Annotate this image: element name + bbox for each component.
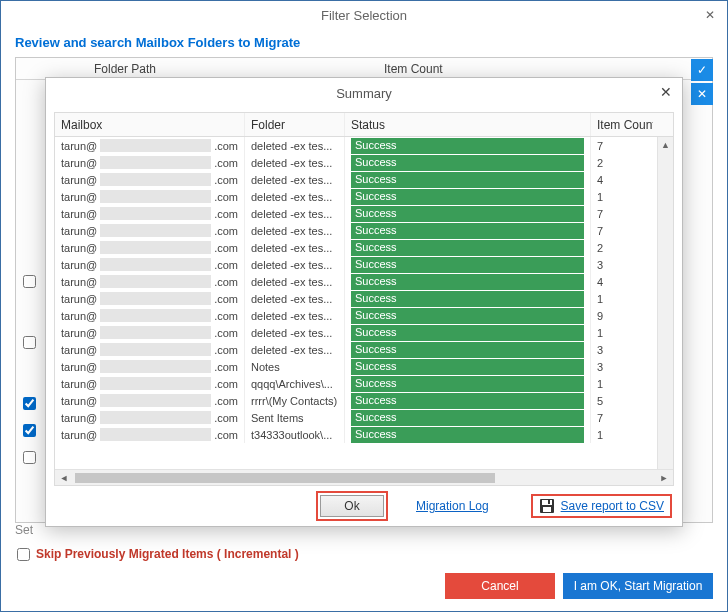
cell-status: Success bbox=[345, 290, 591, 307]
cell-item-count: 2 bbox=[591, 239, 653, 256]
cell-item-count: 7 bbox=[591, 137, 653, 154]
table-row[interactable]: tarun@.comdeleted -ex tes...Success4 bbox=[55, 273, 673, 290]
cancel-button[interactable]: Cancel bbox=[445, 573, 555, 599]
cell-mailbox: tarun@.com bbox=[55, 171, 245, 188]
scroll-right-icon[interactable]: ► bbox=[657, 473, 671, 483]
cell-folder: deleted -ex tes... bbox=[245, 239, 345, 256]
cell-folder: deleted -ex tes... bbox=[245, 205, 345, 222]
cell-mailbox: tarun@.com bbox=[55, 137, 245, 154]
column-folder-path: Folder Path bbox=[94, 62, 384, 76]
horizontal-scrollbar[interactable]: ◄ ► bbox=[55, 469, 673, 485]
cell-status: Success bbox=[345, 171, 591, 188]
cell-folder: deleted -ex tes... bbox=[245, 188, 345, 205]
filter-checkbox-1[interactable] bbox=[23, 275, 36, 288]
save-icon bbox=[539, 498, 555, 514]
column-item-count: Item Count bbox=[384, 62, 712, 76]
skip-incremental-row: Skip Previously Migrated Items ( Increme… bbox=[17, 547, 299, 561]
cell-folder: Sent Items bbox=[245, 409, 345, 426]
dialog-close-icon[interactable]: ✕ bbox=[660, 84, 672, 100]
table-row[interactable]: tarun@.comdeleted -ex tes...Success7 bbox=[55, 205, 673, 222]
cell-mailbox: tarun@.com bbox=[55, 205, 245, 222]
cell-status: Success bbox=[345, 137, 591, 154]
cell-item-count: 1 bbox=[591, 290, 653, 307]
cell-folder: deleted -ex tes... bbox=[245, 222, 345, 239]
cell-status: Success bbox=[345, 375, 591, 392]
table-row[interactable]: tarun@.comdeleted -ex tes...Success7 bbox=[55, 222, 673, 239]
column-status[interactable]: Status bbox=[345, 113, 591, 136]
table-row[interactable]: tarun@.comdeleted -ex tes...Success1 bbox=[55, 188, 673, 205]
svg-rect-3 bbox=[548, 500, 550, 504]
cell-item-count: 3 bbox=[591, 256, 653, 273]
cell-item-count: 9 bbox=[591, 307, 653, 324]
vertical-scrollbar[interactable]: ▲ bbox=[657, 137, 673, 469]
table-row[interactable]: tarun@.comNotesSuccess3 bbox=[55, 358, 673, 375]
dialog-titlebar: Summary ✕ bbox=[46, 78, 682, 108]
table-row[interactable]: tarun@.comdeleted -ex tes...Success9 bbox=[55, 307, 673, 324]
cell-mailbox: tarun@.com bbox=[55, 358, 245, 375]
table-row[interactable]: tarun@.comdeleted -ex tes...Success7 bbox=[55, 137, 673, 154]
cell-status: Success bbox=[345, 273, 591, 290]
cell-item-count: 1 bbox=[591, 375, 653, 392]
table-row[interactable]: tarun@.comdeleted -ex tes...Success2 bbox=[55, 239, 673, 256]
cell-status: Success bbox=[345, 222, 591, 239]
cell-status: Success bbox=[345, 307, 591, 324]
cell-folder: deleted -ex tes... bbox=[245, 341, 345, 358]
filter-checkbox-5[interactable] bbox=[23, 451, 36, 464]
table-row[interactable]: tarun@.comdeleted -ex tes...Success2 bbox=[55, 154, 673, 171]
filter-checkbox-3[interactable] bbox=[23, 397, 36, 410]
filter-selection-window: Filter Selection ✕ Review and search Mai… bbox=[0, 0, 728, 612]
window-titlebar: Filter Selection ✕ bbox=[1, 1, 727, 29]
cell-mailbox: tarun@.com bbox=[55, 290, 245, 307]
cell-item-count: 5 bbox=[591, 392, 653, 409]
column-folder[interactable]: Folder bbox=[245, 113, 345, 136]
cell-status: Success bbox=[345, 188, 591, 205]
cell-folder: deleted -ex tes... bbox=[245, 171, 345, 188]
dialog-footer: Ok Migration Log Save report to CSV bbox=[46, 486, 682, 526]
uncheck-all-button[interactable]: ✕ bbox=[691, 83, 713, 105]
summary-grid-header: Mailbox Folder Status Item Count bbox=[55, 113, 673, 137]
check-all-button[interactable]: ✓ bbox=[691, 59, 713, 81]
skip-incremental-label: Skip Previously Migrated Items ( Increme… bbox=[36, 547, 299, 561]
table-row[interactable]: tarun@.comdeleted -ex tes...Success1 bbox=[55, 290, 673, 307]
table-row[interactable]: tarun@.comrrrr\(My Contacts)Success5 bbox=[55, 392, 673, 409]
save-report-csv-link[interactable]: Save report to CSV bbox=[561, 499, 664, 513]
column-item-count[interactable]: Item Count bbox=[591, 113, 653, 136]
side-selection-buttons: ✓ ✕ bbox=[691, 59, 713, 107]
cell-status: Success bbox=[345, 392, 591, 409]
cell-folder: rrrr\(My Contacts) bbox=[245, 392, 345, 409]
cell-item-count: 4 bbox=[591, 171, 653, 188]
svg-rect-2 bbox=[543, 507, 551, 512]
close-icon[interactable]: ✕ bbox=[699, 5, 721, 25]
start-migration-button[interactable]: I am OK, Start Migration bbox=[563, 573, 713, 599]
column-mailbox[interactable]: Mailbox bbox=[55, 113, 245, 136]
table-row[interactable]: tarun@.comdeleted -ex tes...Success3 bbox=[55, 256, 673, 273]
cell-status: Success bbox=[345, 341, 591, 358]
window-footer-buttons: Cancel I am OK, Start Migration bbox=[445, 573, 713, 599]
filter-checkbox-2[interactable] bbox=[23, 336, 36, 349]
filter-checkbox-4[interactable] bbox=[23, 424, 36, 437]
save-csv-highlight: Save report to CSV bbox=[531, 494, 672, 518]
cell-status: Success bbox=[345, 239, 591, 256]
cell-item-count: 4 bbox=[591, 273, 653, 290]
skip-incremental-checkbox[interactable] bbox=[17, 548, 30, 561]
cell-mailbox: tarun@.com bbox=[55, 188, 245, 205]
cell-folder: deleted -ex tes... bbox=[245, 307, 345, 324]
ok-button[interactable]: Ok bbox=[320, 495, 384, 517]
migration-log-link[interactable]: Migration Log bbox=[416, 499, 489, 513]
table-row[interactable]: tarun@.comdeleted -ex tes...Success3 bbox=[55, 341, 673, 358]
cell-mailbox: tarun@.com bbox=[55, 324, 245, 341]
cell-status: Success bbox=[345, 154, 591, 171]
ok-button-highlight: Ok bbox=[316, 491, 388, 521]
table-row[interactable]: tarun@.comt34333outlook\...Success1 bbox=[55, 426, 673, 443]
cell-item-count: 1 bbox=[591, 324, 653, 341]
table-row[interactable]: tarun@.comqqqq\Archives\...Success1 bbox=[55, 375, 673, 392]
cell-mailbox: tarun@.com bbox=[55, 256, 245, 273]
scroll-up-icon[interactable]: ▲ bbox=[658, 137, 673, 153]
cell-folder: Notes bbox=[245, 358, 345, 375]
scroll-thumb[interactable] bbox=[75, 473, 495, 483]
table-row[interactable]: tarun@.comdeleted -ex tes...Success4 bbox=[55, 171, 673, 188]
scroll-left-icon[interactable]: ◄ bbox=[57, 473, 71, 483]
table-row[interactable]: tarun@.comSent ItemsSuccess7 bbox=[55, 409, 673, 426]
table-row[interactable]: tarun@.comdeleted -ex tes...Success1 bbox=[55, 324, 673, 341]
cell-folder: t34333outlook\... bbox=[245, 426, 345, 443]
